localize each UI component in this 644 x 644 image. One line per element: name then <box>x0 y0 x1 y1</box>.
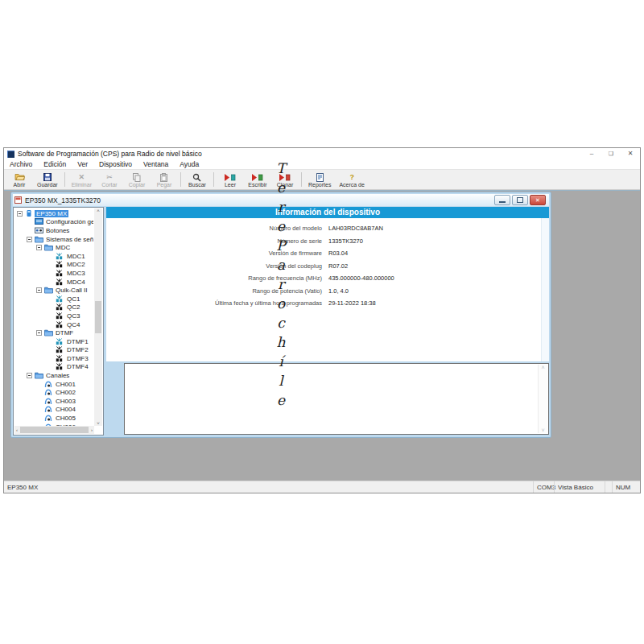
tree-item-mdc[interactable]: MDC <box>36 243 93 252</box>
collapse-icon[interactable] <box>27 373 32 378</box>
tree-vertical-scrollbar[interactable]: ˄ ˅ <box>94 208 102 426</box>
status-com-port: COM3 <box>533 481 554 493</box>
tree-horizontal-scrollbar[interactable]: ‹ › <box>14 426 94 434</box>
scroll-up-icon[interactable]: ˄ <box>541 365 544 370</box>
collapse-icon[interactable] <box>36 287 42 293</box>
buttons-icon <box>35 226 44 234</box>
collapse-icon[interactable] <box>27 237 32 242</box>
application-window: Software de Programación (CPS) para Radi… <box>3 147 641 493</box>
tree-item-botones[interactable]: Botones <box>27 226 93 235</box>
menu-bar: Archivo Edición Ver Dispositivo Ventana … <box>4 159 640 169</box>
toolbar-separator <box>64 172 65 187</box>
about-button[interactable]: ? Acerca de <box>335 170 369 189</box>
document-icon <box>14 196 22 204</box>
collapse-icon[interactable] <box>17 211 23 217</box>
open-button[interactable]: Abrir <box>6 170 33 189</box>
copy-button-label: Copiar <box>129 182 146 188</box>
delete-button: ✕ Eliminar <box>68 170 96 189</box>
tree-item-canales[interactable]: Canales <box>27 371 93 380</box>
status-view-mode: Vista Básico <box>554 481 605 493</box>
scroll-left-icon[interactable]: ‹ <box>14 427 19 432</box>
device-info-header: Información del dispositivo <box>106 207 549 218</box>
tree-item-ch003[interactable]: CH003 <box>36 397 93 406</box>
collapse-icon[interactable] <box>36 330 42 336</box>
status-spacer <box>605 481 612 493</box>
field-label: Número del modelo <box>106 225 322 232</box>
toolbar-separator <box>213 172 214 187</box>
paste-icon <box>160 173 167 182</box>
collapse-icon[interactable] <box>36 245 42 250</box>
signal-icon <box>56 354 65 362</box>
save-button[interactable]: Guardar <box>33 170 62 189</box>
search-button[interactable]: Buscar <box>184 170 211 189</box>
tree-item-qc1[interactable]: QC1 <box>47 295 93 303</box>
clone-button[interactable]: Clonar <box>271 170 299 189</box>
document-title-bar[interactable]: EP350 MX_1335TK3270 <box>13 194 549 206</box>
channel-icon <box>44 415 54 423</box>
tree-item-quik-call-ii[interactable]: Quik-Call II <box>36 286 93 295</box>
tree-item-mdc3[interactable]: MDC3 <box>47 269 93 278</box>
cut-icon: ✂ <box>106 173 113 182</box>
tree-item-ch004[interactable]: CH004 <box>36 406 93 415</box>
document-minimize-icon[interactable] <box>494 195 510 205</box>
minimize-icon[interactable] <box>582 148 601 159</box>
signal-icon <box>56 337 65 345</box>
clone-button-label: Clonar <box>277 182 294 188</box>
field-label: Número de serie <box>106 237 322 245</box>
scroll-down-icon[interactable]: ˅ <box>97 421 100 426</box>
tree-item-mdc1[interactable]: MDC1 <box>47 252 93 261</box>
tree-item-sistemas-de-senalizacion[interactable]: Sistemas de señalización <box>27 235 93 244</box>
tree-item-qc4[interactable]: QC4 <box>47 320 93 329</box>
tree-item-configuracion-general[interactable]: Configuración general <box>27 218 93 227</box>
tree-item-qc3[interactable]: QC3 <box>47 312 93 320</box>
scroll-up-icon[interactable]: ˄ <box>97 208 100 213</box>
tree-item-ep350-mx[interactable]: EP350 MX <box>17 209 93 218</box>
menu-edicion[interactable]: Edición <box>38 160 72 168</box>
serial-number-value: 1335TK3270 <box>328 237 363 245</box>
menu-archivo[interactable]: Archivo <box>4 160 38 168</box>
read-button[interactable]: Leer <box>217 170 244 189</box>
document-close-icon[interactable] <box>530 195 546 205</box>
delete-icon: ✕ <box>79 173 85 182</box>
toolbar: Abrir Guardar ✕ Eliminar ✂ Cortar Copiar <box>4 169 640 190</box>
menu-ver[interactable]: Ver <box>72 160 93 168</box>
cut-button: ✂ Cortar <box>96 170 123 189</box>
paste-button-label: Pegar <box>157 182 172 188</box>
scrollbar-thumb[interactable] <box>20 427 89 433</box>
menu-dispositivo[interactable]: Dispositivo <box>93 160 138 168</box>
save-icon <box>43 173 52 182</box>
tree-item-dtmf1[interactable]: DTMF1 <box>47 337 93 346</box>
app-icon <box>7 151 14 158</box>
document-maximize-icon[interactable] <box>512 195 528 205</box>
field-row: Última fecha y última hora programadas29… <box>106 297 549 310</box>
channel-icon <box>44 406 54 414</box>
tree-item-dtmf4[interactable]: DTMF4 <box>47 363 93 372</box>
menu-ventana[interactable]: Ventana <box>138 160 174 168</box>
tree-item-ch005[interactable]: CH005 <box>36 414 93 423</box>
scroll-right-icon[interactable]: › <box>89 427 94 432</box>
restore-icon[interactable] <box>601 148 621 159</box>
tree-item-dtmf[interactable]: DTMF <box>36 328 93 337</box>
tree-item-dtmf3[interactable]: DTMF3 <box>47 354 93 363</box>
tree-item-dtmf2[interactable]: DTMF2 <box>47 346 93 355</box>
tree-item-mdc2[interactable]: MDC2 <box>47 261 93 270</box>
delete-button-label: Eliminar <box>72 182 92 188</box>
scrollbar-thumb[interactable] <box>95 301 101 333</box>
menu-ayuda[interactable]: Ayuda <box>174 160 204 168</box>
info-panel-scrollbar[interactable] <box>541 218 549 361</box>
tree-item-ch001[interactable]: CH001 <box>36 380 93 389</box>
close-icon[interactable] <box>621 148 640 159</box>
folder-icon <box>35 372 44 380</box>
firmware-version-value: R03.04 <box>328 250 348 257</box>
detail-panel-scrollbar[interactable]: ˄ ˅ <box>538 365 547 433</box>
scroll-down-icon[interactable]: ˅ <box>541 427 544 433</box>
tree-item-qc2[interactable]: QC2 <box>47 303 93 312</box>
signal-icon <box>56 363 65 371</box>
field-label: Última fecha y última hora programadas <box>106 299 322 307</box>
tree-item-ch002[interactable]: CH002 <box>36 388 93 397</box>
write-button-label: Escribir <box>248 182 266 188</box>
write-button[interactable]: Escribir <box>244 170 271 189</box>
tree-item-mdc4[interactable]: MDC4 <box>47 278 93 287</box>
reports-button[interactable]: Reportes <box>304 170 335 189</box>
folder-icon <box>44 287 54 295</box>
